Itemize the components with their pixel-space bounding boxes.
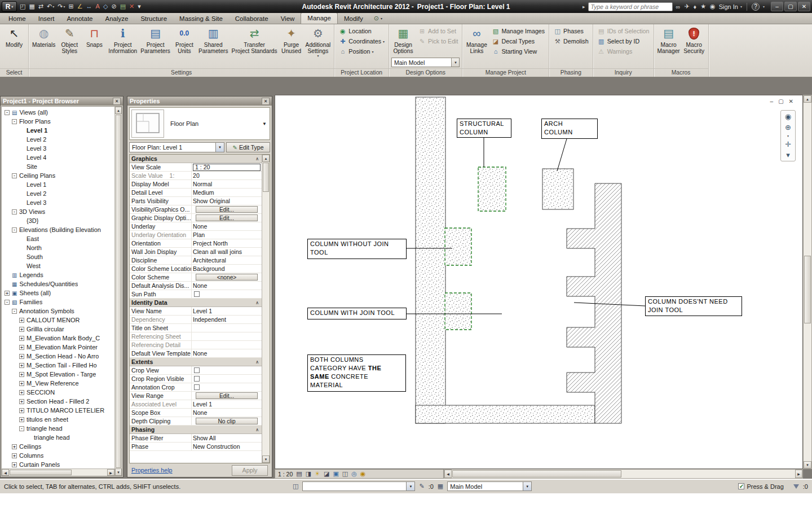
tab-annotate[interactable]: Annotate <box>60 14 99 24</box>
text-icon[interactable]: A <box>94 1 102 12</box>
tree-item-families[interactable]: -▧Families <box>3 297 114 306</box>
close-icon[interactable]: ✕ <box>113 98 121 105</box>
tree-item-level-3[interactable]: Level 3 <box>3 144 114 153</box>
button-coordinates[interactable]: ✚Coordinates▾ <box>336 36 387 46</box>
sign-in-button[interactable]: Sign In ▾ <box>719 3 742 10</box>
button-manage-links[interactable]: ∞ManageLinks <box>464 25 489 54</box>
tab-home[interactable]: Home <box>2 14 32 24</box>
button-demolish[interactable]: ⚒Demolish <box>551 36 591 46</box>
scroll-left-icon[interactable]: ◀ <box>2 469 9 476</box>
scroll-down-icon[interactable]: ▼ <box>262 456 270 463</box>
chevron-down-icon[interactable]: ▼ <box>215 143 224 152</box>
browser-horizontal-scrollbar[interactable]: ◀ ▶ <box>2 468 114 476</box>
tab-structure[interactable]: Structure <box>134 14 173 24</box>
tree-item-north[interactable]: North <box>3 243 114 252</box>
tab-modify[interactable]: Modify <box>338 14 369 24</box>
value-button[interactable]: Edit... <box>196 206 258 213</box>
view-restore-icon[interactable]: ▢ <box>778 98 783 104</box>
button-macro-security[interactable]: !MacroSecurity <box>682 25 707 54</box>
structural-column[interactable] <box>478 167 506 211</box>
tree-item-titulos-en-sheet[interactable]: +titulos en sheet <box>3 415 114 424</box>
tree-item-ceiling-plans[interactable]: -Ceiling Plans <box>3 171 114 180</box>
combo-design-options[interactable]: Main Model▼ <box>391 58 460 67</box>
collapse-icon[interactable]: - <box>19 426 24 431</box>
communication-center-icon[interactable]: ✈ <box>683 3 690 10</box>
expand-icon[interactable]: + <box>12 462 17 467</box>
sync-with-central-icon[interactable]: ⇄ <box>37 1 45 12</box>
editable-only-icon[interactable]: ✎ <box>419 483 424 490</box>
design-option-combo[interactable]: Main Model ▼ <box>447 481 532 491</box>
view-type-combo[interactable]: Floor Plan: Level 1 ▼ <box>129 142 224 152</box>
expand-icon[interactable]: + <box>19 327 24 332</box>
button-object-styles[interactable]: ✎ObjectStyles <box>57 25 82 54</box>
reveal-hidden-elements-icon[interactable]: ◉ <box>360 470 366 478</box>
tree-item-annotation-symbols[interactable]: -Annotation Symbols <box>3 306 114 316</box>
button-select-by-id[interactable]: ▥Select by ID <box>595 36 652 46</box>
button-materials[interactable]: ◍Materials <box>30 25 57 48</box>
tree-item-legends[interactable]: ▥Legends <box>3 270 114 279</box>
press-drag-checkbox[interactable]: ✓ <box>738 483 744 489</box>
default-3d-view-icon[interactable]: ◇ <box>102 1 109 12</box>
drawing-canvas[interactable]: STRUCTURAL COLUMNARCH COLUMNCOLUMN WITHO… <box>275 95 803 469</box>
expand-icon[interactable]: + <box>12 453 17 458</box>
value-checkbox[interactable] <box>194 291 200 297</box>
tree-item-south[interactable]: South <box>3 252 114 261</box>
value-checkbox[interactable] <box>194 384 200 390</box>
section-graphics[interactable]: Graphics∧ <box>130 155 262 163</box>
label-column-without-join[interactable]: COLUMN WITHOUT JOIN TOOL <box>307 239 407 259</box>
properties-help-link[interactable]: Properties help <box>131 467 173 474</box>
collapse-icon[interactable]: - <box>12 227 17 233</box>
button-transfer-project-standards[interactable]: ⇄TransferProject Standards <box>230 25 279 54</box>
scroll-left-icon[interactable]: ◀ <box>444 470 452 478</box>
expand-icon[interactable]: + <box>19 390 24 395</box>
scrollbar-thumb[interactable] <box>263 163 269 192</box>
tab-collaborate[interactable]: Collaborate <box>229 14 275 24</box>
save-icon[interactable]: ▦ <box>27 1 36 12</box>
tree-item-views-all[interactable]: -▤Views (all) <box>3 108 114 117</box>
title-expand-arrow-icon[interactable]: ▸ <box>582 4 585 10</box>
collapse-icon[interactable]: - <box>12 209 17 214</box>
collapse-icon[interactable]: - <box>5 110 10 115</box>
tree-item-level-2[interactable]: Level 2 <box>3 189 114 198</box>
tree-item-level-4[interactable]: Level 4 <box>3 153 114 162</box>
expand-icon[interactable]: + <box>19 399 24 404</box>
button-pick-to-edit[interactable]: ✎Pick to Edit <box>416 36 460 46</box>
tree-item-triangle-head[interactable]: triangle head <box>3 433 114 442</box>
collapse-icon[interactable]: - <box>5 300 10 305</box>
tab-analyze[interactable]: Analyze <box>99 14 135 24</box>
expand-icon[interactable]: + <box>12 444 17 449</box>
scroll-up-icon[interactable]: ▲ <box>804 95 811 103</box>
button-shared-parameters[interactable]: ▥SharedParameters <box>197 25 230 54</box>
tree-item-schedules-quantities[interactable]: ▦Schedules/Quantities <box>3 279 114 288</box>
crop-view-icon[interactable]: ▣ <box>333 470 338 478</box>
section-identity-data[interactable]: Identity Data∧ <box>130 299 262 307</box>
search-input[interactable] <box>588 2 673 11</box>
tree-item-sheets-all[interactable]: +▣Sheets (all) <box>3 288 114 297</box>
measure-icon[interactable]: ∠ <box>76 1 85 12</box>
label-structural-column[interactable]: STRUCTURAL COLUMN <box>457 119 511 138</box>
button-project-parameters[interactable]: ▤ProjectParameters <box>139 25 172 54</box>
type-selector[interactable]: Floor Plan ▼ <box>129 107 270 140</box>
expand-icon[interactable]: + <box>19 417 24 422</box>
close-hidden-windows-icon[interactable]: ✕ <box>127 1 136 12</box>
press-drag-control[interactable]: ✓ Press & Drag <box>738 483 783 490</box>
tree-item-east[interactable]: East <box>3 234 114 243</box>
tree-item-level-2[interactable]: Level 2 <box>3 135 114 144</box>
view-minimize-icon[interactable]: ‒ <box>770 98 774 104</box>
button-manage-images[interactable]: ▧Manage Images <box>489 26 547 36</box>
value-button[interactable]: No clip <box>196 418 258 424</box>
tree-item-elevations-building-elevation[interactable]: -Elevations (Building Elevation <box>3 225 114 234</box>
tab-massing-site[interactable]: Massing & Site <box>173 14 229 24</box>
tree-item-level-3[interactable]: Level 3 <box>3 198 114 207</box>
expand-icon[interactable]: + <box>19 363 24 368</box>
tree-item-curtain-panels[interactable]: +Curtain Panels <box>3 460 114 469</box>
tree-item-grillla-circular[interactable]: +Grillla circular <box>3 325 114 334</box>
expand-icon[interactable]: + <box>19 318 24 323</box>
button-phases[interactable]: ◫Phases <box>551 26 591 36</box>
favorites-icon[interactable]: ★ <box>700 3 707 10</box>
worksets-icon[interactable]: ◫ <box>293 483 298 490</box>
expand-icon[interactable]: + <box>19 354 24 359</box>
button-location[interactable]: ◉Location <box>336 26 387 36</box>
tree-item-m-view-reference[interactable]: +M_View Reference <box>3 379 114 388</box>
tree-item-m-elevation-mark-body-c[interactable]: +M_Elevation Mark Body_C <box>3 334 114 343</box>
